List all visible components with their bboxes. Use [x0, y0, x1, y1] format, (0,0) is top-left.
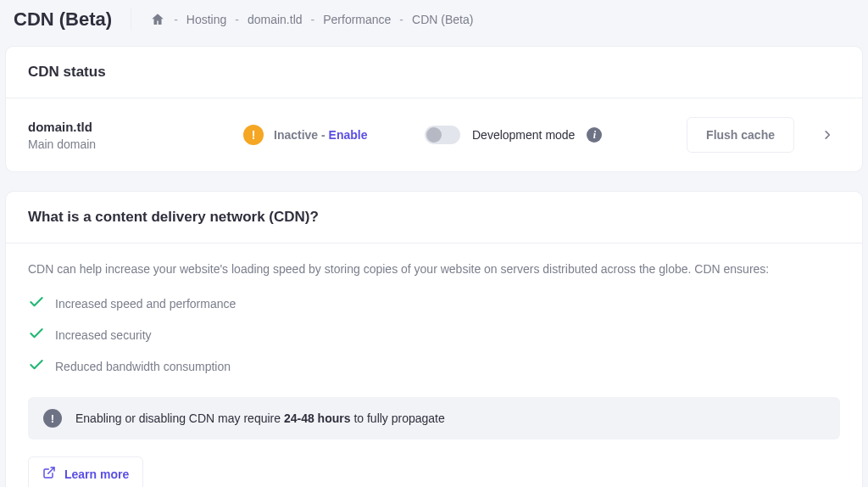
dev-mode-toggle[interactable] [425, 126, 460, 144]
home-icon[interactable] [150, 12, 165, 27]
domain-column: domain.tld Main domain [28, 120, 223, 151]
info-icon[interactable]: i [587, 127, 602, 143]
notice-pre: Enabling or disabling CDN may require [75, 411, 284, 425]
card-body: CDN can help increase your website's loa… [6, 244, 862, 487]
benefit-text: Increased security [55, 328, 152, 342]
flush-cache-button[interactable]: Flush cache [687, 117, 794, 153]
state-separator: - [318, 128, 328, 142]
breadcrumb-item[interactable]: Hosting [186, 13, 226, 26]
check-icon [28, 356, 45, 376]
status-row: domain.tld Main domain ! Inactive - Enab… [6, 98, 862, 171]
benefits-list: Increased speed and performance Increase… [28, 288, 840, 382]
list-item: Reduced bandwidth consumption [28, 350, 840, 382]
breadcrumb-item[interactable]: domain.tld [248, 13, 303, 26]
state-text: Inactive - Enable [274, 128, 368, 142]
list-item: Increased speed and performance [28, 288, 840, 319]
card-heading: What is a content delivery network (CDN)… [6, 192, 862, 244]
enable-link[interactable]: Enable [329, 128, 368, 142]
notice-post: to fully propagate [351, 411, 445, 425]
notice-icon: ! [43, 409, 62, 428]
card-heading: CDN status [6, 47, 862, 98]
dev-mode-column: Development mode i [425, 126, 666, 144]
breadcrumb-item[interactable]: Performance [323, 13, 391, 26]
propagation-notice: ! Enabling or disabling CDN may require … [28, 397, 840, 439]
list-item: Increased security [28, 319, 840, 350]
page-title: CDN (Beta) [14, 8, 131, 31]
breadcrumb-separator: - [399, 13, 403, 26]
breadcrumb: - Hosting - domain.tld - Performance - C… [150, 12, 473, 27]
benefit-text: Reduced bandwidth consumption [55, 360, 231, 373]
breadcrumb-separator: - [235, 13, 239, 26]
notice-text: Enabling or disabling CDN may require 24… [75, 411, 445, 425]
learn-more-button[interactable]: Learn more [28, 456, 143, 487]
external-link-icon [42, 466, 56, 482]
warning-icon: ! [243, 125, 264, 145]
check-icon [28, 325, 45, 344]
svg-line-0 [48, 467, 54, 473]
breadcrumb-separator: - [311, 13, 315, 26]
domain-name: domain.tld [28, 120, 223, 134]
notice-bold: 24-48 hours [284, 411, 351, 425]
check-icon [28, 294, 45, 313]
breadcrumb-separator: - [174, 13, 178, 26]
dev-mode-label: Development mode [472, 128, 575, 142]
page-header: CDN (Beta) - Hosting - domain.tld - Perf… [5, 0, 863, 46]
benefit-text: Increased speed and performance [55, 297, 236, 311]
state-label: Inactive [274, 128, 318, 142]
info-lead: CDN can help increase your website's loa… [28, 262, 840, 276]
domain-subtitle: Main domain [28, 137, 223, 151]
learn-more-label: Learn more [64, 467, 129, 481]
breadcrumb-item[interactable]: CDN (Beta) [412, 13, 473, 26]
cdn-status-card: CDN status domain.tld Main domain ! Inac… [5, 46, 863, 172]
chevron-right-icon[interactable] [815, 129, 840, 141]
cdn-info-card: What is a content delivery network (CDN)… [5, 191, 863, 487]
state-column: ! Inactive - Enable [243, 125, 404, 145]
